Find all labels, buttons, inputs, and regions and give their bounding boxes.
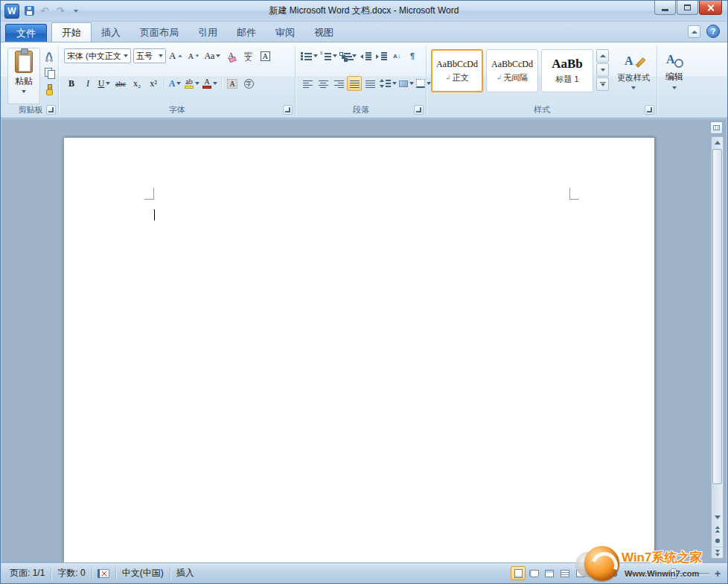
page-indicator[interactable]: 页面: 1/1 (4, 566, 51, 581)
style-item-heading1[interactable]: AaBb 标题 1 (541, 49, 593, 92)
full-screen-reading-view-button[interactable] (526, 566, 541, 580)
scroll-up-button[interactable] (712, 137, 723, 148)
qat-customize-button[interactable] (69, 4, 83, 18)
format-painter-button[interactable] (42, 82, 57, 97)
show-hide-marks-button[interactable]: ¶ (405, 48, 420, 63)
close-button[interactable] (699, 1, 722, 15)
change-styles-button[interactable]: A 更改样式 (614, 48, 653, 107)
language-indicator[interactable]: 中文(中国) (116, 566, 170, 581)
tab-file[interactable]: 文件 (5, 24, 47, 42)
word-app-icon[interactable]: W (4, 4, 19, 19)
font-size-select[interactable]: 五号 (133, 48, 166, 63)
phonetic-guide-button[interactable]: wén 文 (240, 48, 255, 63)
close-icon (706, 4, 715, 12)
paste-clipboard-icon (15, 51, 33, 73)
print-layout-icon (514, 569, 523, 578)
align-right-icon (334, 79, 344, 88)
maximize-button[interactable] (677, 1, 698, 15)
bullets-button[interactable] (300, 48, 319, 63)
word-window: W ↶ ↷ 新建 Microsoft Word 文档.docx - Micros… (0, 0, 728, 584)
proofing-status[interactable] (92, 566, 115, 581)
phonetic-guide-icon: wén 文 (244, 51, 252, 61)
font-name-select[interactable]: 宋体 (中文正文 (64, 48, 131, 63)
document-page[interactable] (64, 137, 654, 562)
font-color-button[interactable]: A (202, 76, 218, 91)
web-layout-view-button[interactable] (542, 566, 557, 580)
styles-scroll-down-button[interactable] (596, 63, 609, 77)
bold-button[interactable]: B (64, 76, 79, 91)
strikethrough-button[interactable]: abc (113, 76, 128, 91)
tab-mailings[interactable]: 邮件 (227, 23, 266, 42)
scroll-down-button[interactable] (712, 512, 723, 523)
align-center-button[interactable] (316, 76, 331, 91)
style-item-no-spacing[interactable]: AaBbCcDd ↲无间隔 (486, 49, 538, 92)
multilevel-list-button[interactable] (339, 48, 357, 63)
print-layout-view-button[interactable] (511, 566, 526, 580)
underline-button[interactable]: U (97, 76, 112, 91)
decrease-indent-button[interactable] (358, 48, 373, 63)
chevron-up-icon (600, 54, 606, 57)
style-item-normal[interactable]: AaBbCcDd ↲正文 (431, 49, 483, 92)
styles-scroll-up-button[interactable] (596, 49, 609, 63)
copy-button[interactable] (42, 66, 57, 80)
change-case-button[interactable]: Aa (203, 48, 221, 63)
document-area (1, 119, 727, 562)
styles-more-button[interactable] (596, 77, 609, 91)
styles-dialog-launcher[interactable] (645, 105, 654, 115)
numbering-button[interactable]: 1 (319, 48, 338, 63)
tab-references[interactable]: 引用 (188, 23, 227, 42)
scrollbar-thumb[interactable] (712, 149, 722, 484)
insert-mode-indicator[interactable]: 插入 (170, 566, 200, 581)
editing-button[interactable]: A 编辑 (660, 48, 689, 110)
vertical-scrollbar[interactable] (711, 136, 724, 559)
previous-page-button[interactable] (712, 524, 723, 535)
reading-view-icon (529, 570, 539, 577)
paste-button[interactable]: 粘贴 (7, 48, 40, 104)
cut-button[interactable] (42, 49, 57, 64)
line-spacing-icon (379, 79, 391, 88)
paragraph-dialog-launcher[interactable] (414, 105, 424, 115)
align-center-icon (319, 79, 328, 88)
distribute-button[interactable] (363, 76, 377, 91)
help-button[interactable]: ? (706, 25, 720, 38)
redo-button[interactable]: ↷ (54, 4, 67, 18)
grow-font-button[interactable]: A (168, 48, 184, 63)
undo-button[interactable]: ↶ (38, 4, 51, 18)
font-dialog-launcher[interactable] (283, 105, 293, 115)
ruler-toggle-button[interactable] (710, 121, 723, 134)
character-border-button[interactable]: A (258, 48, 272, 63)
clear-formatting-button[interactable]: A (223, 48, 238, 63)
align-right-button[interactable] (331, 76, 346, 91)
paragraph-style-icon: ↲ (496, 74, 502, 81)
character-shading-button[interactable]: A (225, 76, 240, 91)
highlight-color-button[interactable]: ab (184, 76, 200, 91)
shrink-font-button[interactable]: A (186, 48, 201, 63)
enclose-characters-button[interactable]: 字 (241, 76, 256, 91)
increase-indent-button[interactable] (374, 48, 389, 63)
word-count[interactable]: 字数: 0 (51, 566, 91, 581)
tab-review[interactable]: 审阅 (266, 23, 304, 42)
minimize-ribbon-button[interactable] (688, 25, 700, 38)
line-spacing-button[interactable] (378, 76, 397, 91)
save-button[interactable] (22, 4, 36, 18)
subscript-button[interactable]: x₂ (130, 76, 144, 91)
justify-button[interactable] (347, 76, 362, 91)
minimize-button[interactable] (654, 1, 676, 15)
chevron-down-icon (392, 82, 397, 85)
proofing-book-icon (98, 569, 109, 578)
tab-home[interactable]: 开始 (51, 22, 92, 42)
outline-view-button[interactable] (558, 566, 572, 580)
italic-button[interactable]: I (80, 76, 95, 91)
clipboard-dialog-launcher[interactable] (46, 105, 56, 115)
group-styles: AaBbCcDd ↲正文 AaBbCcDd ↲无间隔 AaBb 标题 1 A 更… (427, 43, 657, 118)
text-effects-button[interactable]: A (167, 76, 182, 91)
align-left-button[interactable] (300, 76, 315, 91)
font-size-value: 五号 (136, 51, 153, 62)
superscript-button[interactable]: x² (146, 76, 161, 91)
tab-insert[interactable]: 插入 (92, 23, 130, 42)
tab-view[interactable]: 视图 (304, 23, 343, 42)
sort-button[interactable]: A↓ (389, 48, 404, 63)
shading-button[interactable] (398, 76, 415, 91)
tab-page-layout[interactable]: 页面布局 (130, 23, 188, 42)
chevron-up-icon (179, 55, 183, 57)
